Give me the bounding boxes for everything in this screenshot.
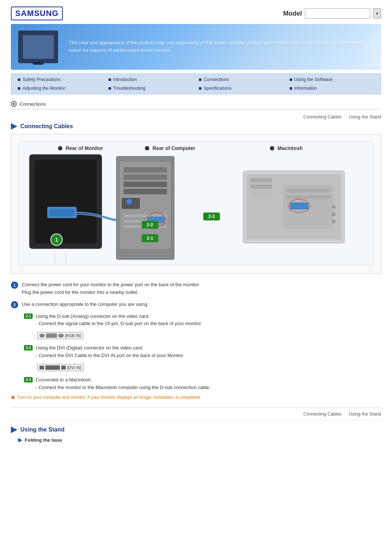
nav-bullet [18, 78, 20, 81]
connection-diagram: Rear of Monitor 1 Rear of Computer [19, 142, 373, 265]
note-section: ※ Turn on your computer and monitor. If … [11, 395, 381, 400]
badge-2-1: 2-1 [24, 313, 33, 319]
section-divider [11, 420, 381, 421]
page-nav-connecting-cables[interactable]: Connecting Cables [303, 114, 342, 119]
svg-text:Rear of Computer: Rear of Computer [152, 145, 196, 151]
sub-instruction-2-2: 2-2 Using the DVI (Digital) connector on… [24, 344, 381, 373]
nav-item-introduction[interactable]: Introduction [106, 76, 196, 83]
svg-point-20 [126, 199, 132, 204]
bottom-page-nav: Connecting Cables Using the Stand [11, 408, 381, 417]
nav-item-adjusting[interactable]: Adjusting the Monitor [15, 85, 106, 92]
svg-rect-16 [123, 174, 167, 180]
stand-section: Folding the base [11, 437, 381, 443]
instruction-step-1: 1 Connect the power cord for your monito… [11, 281, 381, 296]
logo-text: SAMSUNG [11, 7, 63, 20]
model-section: Model ▼ [283, 8, 381, 19]
connector-dvi-right [61, 366, 66, 369]
model-input[interactable] [305, 8, 370, 19]
model-label: Model [283, 10, 302, 17]
folding-base-title: Folding the base [25, 437, 62, 443]
sub-instr-2-3-detail: - Connect the monitor to the Macintosh c… [36, 384, 210, 392]
rgb-in-connector-image: [RGB IN] [37, 332, 83, 339]
monitor-stand [33, 62, 44, 65]
connector-dvi-left [40, 366, 44, 369]
instructions: 1 Connect the power cord for your monito… [11, 281, 381, 400]
nav-bullet [290, 78, 292, 81]
sub-instruction-2-1: 2-1 Using the D-sub (Analog) connector o… [24, 313, 381, 341]
sub-instr-2-2-detail: - Connect the DVI Cable to the DVI IN po… [36, 352, 184, 360]
instruction-step-2: 2 Use a connection appropriate to the co… [11, 301, 381, 308]
note-symbol: ※ [11, 395, 15, 400]
breadcrumb: Connections [11, 101, 381, 109]
breadcrumb-dot [13, 103, 15, 105]
banner-monitor-image [18, 31, 58, 63]
svg-rect-18 [123, 189, 167, 194]
step-1-badge: 1 [11, 281, 18, 289]
using-stand-header: Using the Stand [11, 426, 381, 433]
connecting-cables-title: Connecting Cables [20, 123, 73, 130]
sub-instr-item-2-1: 2-1 Using the D-sub (Analog) connector o… [24, 313, 381, 328]
badge-2-3: 2-3 [24, 377, 33, 382]
nav-bullet [18, 87, 20, 90]
svg-rect-42 [290, 203, 308, 209]
svg-rect-15 [123, 167, 167, 173]
breadcrumb-icon [11, 101, 17, 107]
svg-rect-41 [286, 195, 330, 199]
sub-instr-item-2-3: 2-3 Connected to a Macintosh. - Connect … [24, 376, 381, 392]
rgb-in-label: [RGB IN] [65, 333, 81, 338]
svg-text:Rear of Monitor: Rear of Monitor [66, 145, 103, 151]
svg-point-46 [332, 220, 335, 223]
banner-decoration [290, 24, 381, 70]
connector-circle [40, 334, 45, 337]
nav-bullet [199, 78, 201, 81]
svg-rect-38 [250, 191, 272, 195]
bottom-page-nav-connecting[interactable]: Connecting Cables [303, 412, 342, 417]
svg-rect-17 [123, 182, 167, 187]
svg-rect-40 [286, 189, 330, 193]
section-arrow-icon [11, 123, 17, 130]
sub-instr-2-2-title: Using the DVI (Digital) connector on the… [36, 344, 184, 352]
samsung-logo: SAMSUNG [11, 7, 63, 20]
dvi-in-label: [DVI IN] [67, 365, 81, 370]
nav-bar: Safety Precautions Introduction Connecti… [11, 73, 381, 94]
using-stand-title: Using the Stand [20, 426, 65, 433]
nav-item-connections[interactable]: Connections [196, 76, 287, 83]
svg-text:2-1: 2-1 [147, 236, 154, 241]
svg-text:2-3: 2-3 [208, 214, 215, 219]
diagram-box: Rear of Monitor 1 Rear of Computer [11, 134, 381, 274]
nav-item-specifications[interactable]: Specifications [196, 85, 287, 92]
nav-item-software[interactable]: Using the Software [287, 76, 377, 83]
connector-port-dvi [45, 365, 60, 370]
svg-text:Macintosh: Macintosh [278, 145, 303, 151]
svg-text:1: 1 [55, 237, 58, 243]
svg-point-32 [270, 146, 274, 150]
nav-bullet [109, 87, 111, 90]
svg-point-44 [332, 205, 335, 209]
banner: The color and appearance of the product … [11, 24, 381, 70]
sub-instr-2-3-title: Connected to a Macintosh. [36, 376, 210, 384]
connector-port-rgb [46, 333, 57, 338]
nav-item-safety[interactable]: Safety Precautions [15, 76, 106, 83]
sub-instruction-2-3: 2-3 Connected to a Macintosh. - Connect … [24, 376, 381, 392]
nav-item-information[interactable]: Information [287, 85, 377, 92]
nav-bullet [109, 78, 111, 81]
bottom-page-nav-stand[interactable]: Using the Stand [349, 412, 381, 417]
top-page-nav: Connecting Cables Using the Stand [11, 114, 381, 119]
sub-instr-2-1-detail: - Connect the signal cable to the 15-pin… [36, 320, 202, 328]
sub-instr-item-2-2: 2-2 Using the DVI (Digital) connector on… [24, 344, 381, 360]
svg-rect-36 [250, 178, 272, 182]
model-dropdown-button[interactable]: ▼ [373, 8, 381, 19]
svg-text:2-2: 2-2 [147, 222, 154, 227]
badge-2-2: 2-2 [24, 345, 33, 351]
nav-item-troubleshooting[interactable]: Troubleshooting [106, 85, 196, 92]
header: SAMSUNG Model ▼ [0, 0, 392, 20]
page-nav-using-stand[interactable]: Using the Stand [349, 114, 381, 119]
stand-section-arrow-icon [11, 426, 17, 433]
folding-base-header: Folding the base [18, 437, 381, 443]
connector-circle-2 [58, 334, 64, 337]
svg-rect-4 [35, 160, 97, 243]
nav-bullet [199, 87, 201, 90]
monitor-screen [23, 35, 54, 59]
connecting-cables-header: Connecting Cables [11, 123, 381, 130]
svg-rect-37 [250, 185, 272, 189]
